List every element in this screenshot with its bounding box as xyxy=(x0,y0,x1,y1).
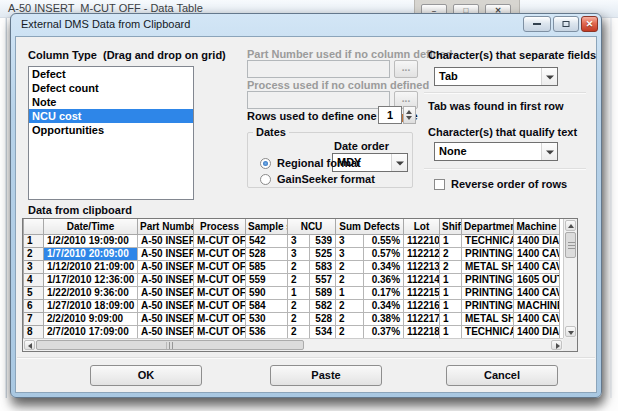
cell[interactable]: A-50 INSERT xyxy=(138,299,194,312)
cell[interactable]: 2 xyxy=(336,312,364,325)
cell[interactable]: 590 xyxy=(246,286,288,299)
cell[interactable]: 3 xyxy=(336,234,364,247)
cell[interactable]: METAL SHOP xyxy=(462,260,514,273)
column-header[interactable]: Lot xyxy=(404,219,440,234)
cell[interactable]: M-CUT OFF xyxy=(194,299,246,312)
list-item[interactable]: Defect xyxy=(29,67,193,81)
dialog-minimize-button[interactable] xyxy=(523,16,551,32)
cell[interactable]: 112214 xyxy=(404,273,440,286)
cell[interactable]: 534 xyxy=(310,325,336,338)
cell[interactable]: 536 xyxy=(246,325,288,338)
cell[interactable]: A-50 INSERT xyxy=(138,247,194,260)
cell[interactable]: 2 xyxy=(336,299,364,312)
row-number-cell[interactable]: 5 xyxy=(24,286,44,299)
cell[interactable]: MACHINE T xyxy=(514,299,560,312)
row-number-cell[interactable]: 7 xyxy=(24,312,44,325)
radio-gainseeker-format[interactable]: GainSeeker format xyxy=(260,174,390,187)
cell[interactable]: A-50 INSERT xyxy=(138,273,194,286)
cell[interactable]: 0.17% xyxy=(364,286,404,299)
cell[interactable]: 112218 xyxy=(404,325,440,338)
row-number-cell[interactable]: 2 xyxy=(24,247,44,260)
cell[interactable]: 3 xyxy=(288,247,310,260)
cell[interactable]: M-CUT OFF xyxy=(194,286,246,299)
row-number-cell[interactable]: 4 xyxy=(24,273,44,286)
cell[interactable]: 1 xyxy=(336,286,364,299)
cell[interactable]: 2 xyxy=(336,325,364,338)
column-header[interactable]: Process xyxy=(194,219,246,234)
column-header[interactable]: Sum Defects xyxy=(336,219,404,234)
column-header[interactable] xyxy=(24,219,44,234)
column-header[interactable]: NCU xyxy=(288,219,336,234)
cell[interactable]: 2 xyxy=(288,273,310,286)
cell[interactable]: M-CUT OFF xyxy=(194,234,246,247)
cell[interactable]: 1400 CAVIT xyxy=(514,286,560,299)
cell[interactable]: 1/7/2010 20:09:00 xyxy=(44,247,138,260)
radio-regional-format[interactable]: Regional format xyxy=(260,158,380,171)
column-header[interactable]: Machine xyxy=(514,219,560,234)
cell[interactable]: 1 xyxy=(440,234,462,247)
cell[interactable]: 1400 CAVIT xyxy=(514,260,560,273)
cell[interactable]: 525 xyxy=(310,247,336,260)
cell[interactable]: 1400 DIAMI xyxy=(514,325,560,338)
cell[interactable]: TECHNICAL xyxy=(462,325,514,338)
column-header[interactable]: Sample size xyxy=(246,219,288,234)
column-header[interactable]: Date/Time xyxy=(44,219,138,234)
column-type-listbox[interactable]: DefectDefect countNoteNCU costOpportunit… xyxy=(28,66,194,200)
cell[interactable]: 3 xyxy=(288,234,310,247)
row-number-cell[interactable]: 6 xyxy=(24,299,44,312)
spinner-buttons[interactable] xyxy=(403,106,416,124)
column-header[interactable]: Shift xyxy=(440,219,462,234)
dialog-maximize-button[interactable] xyxy=(553,16,579,32)
cell[interactable]: M-CUT OFF xyxy=(194,312,246,325)
cell[interactable]: 557 xyxy=(310,273,336,286)
cell[interactable]: 112216 xyxy=(404,299,440,312)
cell[interactable]: A-50 INSERT xyxy=(138,325,194,338)
text-qualifier-select[interactable]: None xyxy=(434,142,558,161)
cell[interactable]: 2 xyxy=(288,312,310,325)
cell[interactable]: METAL SHOP xyxy=(462,312,514,325)
rows-per-sample-stepper[interactable]: 1 xyxy=(378,106,416,124)
cell[interactable]: 530 xyxy=(246,312,288,325)
cell[interactable]: 1 xyxy=(440,325,462,338)
scroll-right-button[interactable] xyxy=(551,340,562,350)
ok-button[interactable]: OK xyxy=(90,365,202,386)
cell[interactable]: 2 xyxy=(288,325,310,338)
cell[interactable]: 0.38% xyxy=(364,312,404,325)
dialog-close-button[interactable]: ✕ xyxy=(581,16,598,32)
cell[interactable]: A-50 INSERT xyxy=(138,260,194,273)
cell[interactable]: 0.37% xyxy=(364,325,404,338)
cell[interactable]: 2/2/2010 9:09:00 xyxy=(44,312,138,325)
cell[interactable]: 542 xyxy=(246,234,288,247)
cell[interactable]: 2 xyxy=(440,247,462,260)
cell[interactable]: 559 xyxy=(246,273,288,286)
cell[interactable]: A-50 INSERT xyxy=(138,312,194,325)
cell[interactable]: 1400 CAVIT xyxy=(514,247,560,260)
cell[interactable]: 2 xyxy=(440,260,462,273)
cell[interactable]: 0.34% xyxy=(364,299,404,312)
cell[interactable]: M-CUT OFF xyxy=(194,247,246,260)
cell[interactable]: 582 xyxy=(310,299,336,312)
list-item[interactable]: Defect count xyxy=(29,81,193,95)
cell[interactable]: 1 xyxy=(288,286,310,299)
cell[interactable]: 528 xyxy=(246,247,288,260)
cell[interactable]: TECHNICAL xyxy=(462,234,514,247)
row-number-cell[interactable]: 1 xyxy=(24,234,44,247)
cell[interactable]: 0.36% xyxy=(364,273,404,286)
cell[interactable]: 112217 xyxy=(404,312,440,325)
cell[interactable]: 583 xyxy=(310,260,336,273)
cell[interactable]: 0.55% xyxy=(364,234,404,247)
cell[interactable]: PRINTING xyxy=(462,273,514,286)
cell[interactable]: 2 xyxy=(288,260,310,273)
cell[interactable]: 112210 xyxy=(404,234,440,247)
reverse-rows-checkbox[interactable]: Reverse order of rows xyxy=(434,179,584,192)
cell[interactable]: PRINTING xyxy=(462,247,514,260)
row-number-cell[interactable]: 3 xyxy=(24,260,44,273)
cell[interactable]: 112212 xyxy=(404,247,440,260)
cell[interactable]: 585 xyxy=(246,260,288,273)
list-item[interactable]: Opportunities xyxy=(29,123,193,137)
cell[interactable]: M-CUT OFF xyxy=(194,260,246,273)
cell[interactable]: 528 xyxy=(310,312,336,325)
cell[interactable]: A-50 INSERT xyxy=(138,286,194,299)
cell[interactable]: 1/22/2010 9:36:00 xyxy=(44,286,138,299)
list-item[interactable]: NCU cost xyxy=(29,109,193,123)
